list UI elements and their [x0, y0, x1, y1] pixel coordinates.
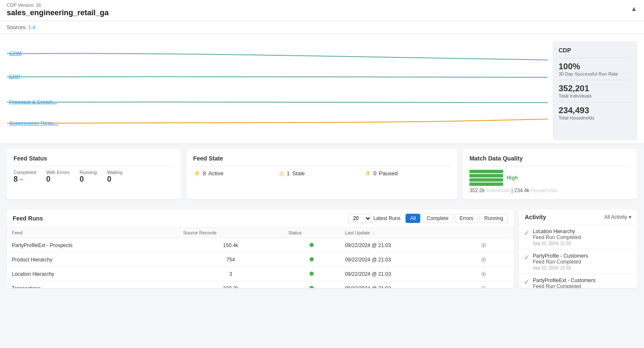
sources-bar: Sources: 1-4 — [0, 21, 644, 34]
stale-icon: ◎ — [279, 170, 284, 177]
svg-text:ERP: ERP — [9, 74, 20, 79]
feed-state-title: Feed State — [193, 155, 451, 162]
filter-all-button[interactable]: All — [406, 214, 420, 223]
top-bar: CDP Version: 16 sales_engineering_retail… — [0, 0, 644, 21]
svg-text:CRM: CRM — [9, 51, 22, 56]
activity-sub: Feed Run Completed — [533, 259, 588, 265]
activity-content: Location Hierarchy Feed Run Completed Se… — [533, 228, 581, 246]
table-row[interactable]: PartyProfileExt - Prospects 150.4k 09/22… — [7, 238, 514, 253]
activity-title: Activity — [525, 214, 604, 220]
status-dot — [310, 243, 314, 247]
active-label: Active — [208, 170, 223, 177]
match-quality-card: Match Data Quality High 352.2k Individua… — [463, 149, 637, 199]
households-value: 234,493 — [559, 106, 631, 115]
sources-link[interactable]: 1-4 — [28, 24, 36, 30]
minus-badge: − — [19, 176, 23, 183]
households-label: Total Households — [559, 115, 631, 120]
collapse-button[interactable]: ▲ — [630, 5, 637, 13]
quality-bar-2 — [469, 174, 503, 177]
activity-panel: Activity All Activity ▾ ✓ Location Hiera… — [519, 209, 637, 288]
col-last-update[interactable]: Last Update ↓ — [340, 228, 476, 238]
page-size-selector[interactable]: 2050100 Latest Runs — [348, 214, 400, 223]
page-size-select[interactable]: 2050100 — [348, 214, 372, 223]
stale-label: Stale — [292, 170, 305, 177]
table-row[interactable]: Product Hierarchy 754 09/22/2024 @ 21:03… — [7, 253, 514, 267]
feed-status-title: Feed Status — [14, 155, 175, 162]
status-dot — [310, 272, 314, 276]
waiting-stat: Waiting 0 — [107, 170, 122, 184]
list-item: ✓ PartyProfile - Customers Feed Run Comp… — [519, 250, 637, 274]
last-update: 09/22/2024 @ 21:03 — [340, 267, 476, 281]
expand-cell[interactable]: ⊕ — [476, 253, 514, 267]
status-cell — [283, 238, 340, 253]
table-row[interactable]: Transactions 320.2k 09/22/2024 @ 21:03 ⊕ — [7, 281, 514, 288]
source-records: 3 — [178, 267, 283, 281]
expand-cell[interactable]: ⊕ — [476, 281, 514, 288]
paused-icon: ⏸ — [365, 170, 371, 177]
quality-bars: High 352.2k Individuals | 234.4k Househo… — [469, 170, 630, 193]
chevron-down-icon: ▾ — [629, 214, 631, 220]
last-update: 09/22/2024 @ 21:03 — [340, 281, 476, 288]
activity-filter[interactable]: All Activity ▾ — [604, 214, 631, 220]
activity-list: ✓ Location Hierarchy Feed Run Completed … — [519, 225, 637, 288]
paused-count: 0 — [373, 170, 376, 177]
chart-stats-panel: CDP 100% 30 Day Successful Run Rate 352,… — [553, 41, 637, 140]
running-stat: Running 0 — [79, 170, 97, 184]
quality-bar-4 — [469, 182, 503, 186]
latest-runs-label: Latest Runs — [373, 215, 400, 221]
table-row[interactable]: Location Hierarchy 3 09/22/2024 @ 21:03 … — [7, 267, 514, 281]
quality-bar-3 — [469, 178, 503, 182]
source-records: 320.2k — [178, 281, 283, 288]
filter-running-button[interactable]: Running — [480, 214, 508, 223]
completed-stat: Completed 8 − — [14, 170, 36, 184]
col-source-records: Source Records — [178, 228, 283, 238]
feed-status-card: Feed Status Completed 8 − With Errors 0 … — [7, 149, 181, 199]
page-title: sales_engineering_retail_ga — [7, 8, 637, 17]
bottom-section: Feed Runs 2050100 Latest Runs All Comple… — [0, 204, 644, 293]
feed-runs-table: Feed Source Records Status Last Update ↓… — [7, 228, 514, 288]
running-value: 0 — [79, 175, 97, 184]
feed-runs-panel: Feed Runs 2050100 Latest Runs All Comple… — [7, 209, 514, 288]
feed-runs-title: Feed Runs — [13, 215, 343, 222]
quality-stats: 352.2k Individuals | 234.4k Households — [469, 188, 630, 193]
sources-label: Sources: — [7, 24, 27, 30]
col-feed: Feed — [7, 228, 178, 238]
expand-cell[interactable]: ⊕ — [476, 267, 514, 281]
source-records: 150.4k — [178, 238, 283, 253]
expand-icon[interactable]: ⊕ — [481, 285, 486, 288]
stale-state: ◎ 1 Stale — [279, 170, 365, 177]
expand-icon[interactable]: ⊕ — [481, 256, 486, 263]
feed-status-grid: Completed 8 − With Errors 0 Running 0 Wa… — [14, 170, 175, 184]
activity-main: PartyProfile - Customers — [533, 253, 588, 259]
activity-main: PartyProfileExt - Customers — [533, 277, 595, 283]
activity-time: Sep 22, 2024, 21:03 — [533, 241, 581, 246]
errors-label: With Errors — [46, 170, 69, 175]
svg-text:Suppression Regu...: Suppression Regu... — [9, 120, 58, 126]
check-icon: ✓ — [524, 229, 529, 237]
filter-complete-button[interactable]: Complete — [422, 214, 453, 223]
feed-name: PartyProfileExt - Prospects — [7, 238, 178, 253]
filter-errors-button[interactable]: Errors — [455, 214, 478, 223]
individuals-stat: 352.2k — [469, 188, 485, 193]
paused-state: ⏸ 0 Paused — [365, 170, 451, 177]
chart-section: CRM ERP Prospect & Enrich... Suppression… — [0, 34, 644, 144]
feed-state-card: Feed State ⚡ 8 Active ◎ 1 Stale ⏸ 0 Paus… — [186, 149, 458, 199]
errors-stat: With Errors 0 — [46, 170, 69, 184]
expand-icon[interactable]: ⊕ — [481, 242, 486, 249]
status-cell — [283, 253, 340, 267]
last-update: 09/22/2024 @ 21:03 — [340, 238, 476, 253]
check-icon: ✓ — [524, 253, 529, 261]
feed-runs-table-container[interactable]: Feed Source Records Status Last Update ↓… — [7, 228, 514, 288]
completed-value: 8 − — [14, 175, 36, 184]
expand-cell[interactable]: ⊕ — [476, 238, 514, 253]
check-icon: ✓ — [524, 278, 529, 286]
expand-icon[interactable]: ⊕ — [481, 270, 486, 277]
run-rate-label: 30 Day Successful Run Rate — [559, 71, 631, 76]
activity-content: PartyProfile - Customers Feed Run Comple… — [533, 253, 588, 270]
list-item: ✓ Location Hierarchy Feed Run Completed … — [519, 225, 637, 250]
running-label: Running — [79, 170, 97, 175]
active-icon: ⚡ — [193, 170, 200, 177]
status-dot — [310, 286, 314, 288]
households-stat: 234.4k — [514, 188, 529, 193]
cdp-version-label: CDP Version: 16 — [7, 3, 637, 8]
